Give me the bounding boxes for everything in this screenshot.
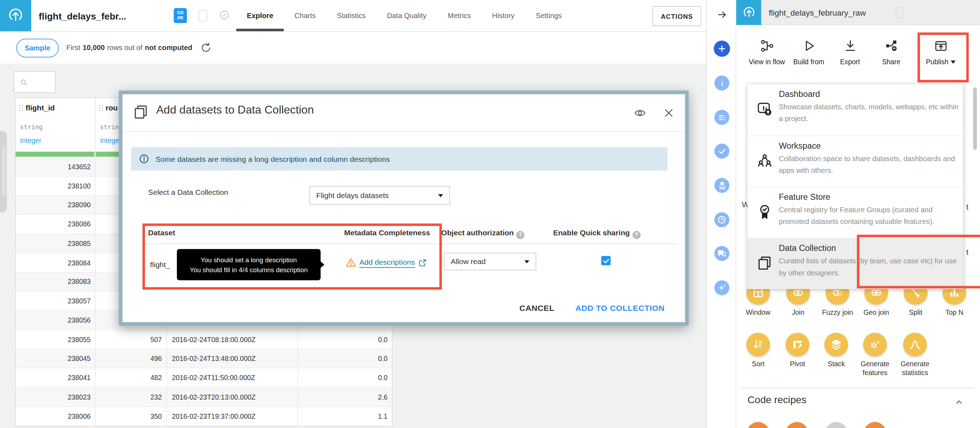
- table-cell[interactable]: 2016-02-24T08:18:00.000Z: [166, 330, 298, 349]
- table-cell[interactable]: 482: [95, 368, 166, 387]
- table-cell[interactable]: 2016-02-24T13:48:00.000Z: [166, 349, 298, 368]
- dataiku-logo[interactable]: [0, 0, 31, 31]
- table-cell[interactable]: 238056: [16, 311, 95, 329]
- share-button[interactable]: Share: [869, 39, 914, 66]
- code-recipe-icon[interactable]: [786, 422, 808, 428]
- table-cell[interactable]: 496: [95, 349, 166, 368]
- code-recipes-title: Code recipes: [748, 395, 807, 406]
- table-cell[interactable]: 238055: [16, 330, 95, 349]
- table-cell[interactable]: 238006: [16, 407, 95, 425]
- recipe-generate-features[interactable]: Generate features: [855, 333, 895, 377]
- menu-item-dashboard[interactable]: Dashboard Showcase datasets, charts, mod…: [748, 84, 963, 135]
- tab-charts[interactable]: Charts: [284, 0, 326, 31]
- description-tooltip: You should set a long description You sh…: [177, 249, 321, 281]
- divider: [143, 243, 678, 244]
- tab-data-quality[interactable]: Data Quality: [376, 0, 437, 31]
- chevron-down-icon: [438, 194, 443, 197]
- modal-title: Add datasets to Data Collection: [156, 104, 314, 117]
- table-cell[interactable]: 2016-02-23T19:37:00.000Z: [166, 407, 298, 425]
- discussions-tab-icon[interactable]: [714, 246, 729, 261]
- add-icon[interactable]: [714, 40, 730, 57]
- table-cell[interactable]: 238083: [16, 273, 95, 291]
- collection-select[interactable]: Flight delays datasets: [310, 186, 450, 205]
- sample-pill[interactable]: Sample: [16, 39, 59, 57]
- menu-item-feature-store[interactable]: Feature Store Central registry for Featu…: [748, 187, 963, 238]
- table-cell[interactable]: 238084: [16, 254, 95, 272]
- publish-dropdown-menu: Dashboard Showcase datasets, charts, mod…: [748, 84, 963, 289]
- lab-tab-icon[interactable]: [714, 178, 729, 193]
- drag-handle-icon[interactable]: [99, 104, 104, 112]
- dataset-name: flight_: [150, 260, 170, 269]
- recipe-stack[interactable]: Stack: [816, 333, 856, 368]
- actions-button[interactable]: ACTIONS: [652, 6, 701, 26]
- gdpr-badge[interactable]: GD PR: [174, 8, 187, 23]
- table-search-input[interactable]: [14, 71, 56, 94]
- recipe-sort[interactable]: Sort: [738, 333, 778, 368]
- tab-metrics[interactable]: Metrics: [437, 0, 482, 31]
- add-to-collection-button[interactable]: ADD TO COLLECTION: [568, 299, 673, 317]
- tab-history[interactable]: History: [482, 0, 525, 31]
- help-icon[interactable]: ?: [633, 231, 641, 239]
- table-cell[interactable]: 232: [95, 388, 166, 406]
- menu-item-workspace[interactable]: Workspace Collaboration space to share d…: [748, 136, 963, 187]
- generate-features-recipe-icon: [863, 333, 887, 357]
- code-recipe-icon[interactable]: [747, 422, 769, 428]
- menu-item-data-collection[interactable]: Data Collection Curated lists of dataset…: [748, 238, 963, 289]
- dataset-type-logo: [736, 0, 761, 25]
- build-from-button[interactable]: Build from: [786, 39, 832, 66]
- collapse-chevron-icon[interactable]: [955, 398, 964, 407]
- table-cell[interactable]: 2.6: [298, 388, 392, 406]
- publish-icon: [934, 39, 948, 53]
- column-header-flight-id[interactable]: flight_id string Integer: [16, 98, 95, 157]
- table-cell[interactable]: 238045: [16, 349, 95, 368]
- schema-tab-icon[interactable]: [714, 110, 729, 125]
- table-cell[interactable]: 2016-02-24T11:50:00.000Z: [166, 368, 298, 387]
- export-button[interactable]: Export: [827, 39, 873, 66]
- add-descriptions-link[interactable]: Add descriptions: [346, 257, 427, 268]
- table-cell[interactable]: 238023: [16, 388, 95, 406]
- flow-icon: [760, 39, 774, 53]
- collapse-panel-arrow-icon[interactable]: [717, 9, 727, 20]
- table-cell[interactable]: 143652: [16, 157, 95, 176]
- left-panel-handle[interactable]: [0, 131, 7, 212]
- info-tab-icon[interactable]: [714, 76, 729, 90]
- tab-settings[interactable]: Settings: [525, 0, 573, 31]
- recipe-pivot[interactable]: Pivot: [778, 333, 818, 368]
- table-cell[interactable]: 1.1: [298, 407, 392, 425]
- tab-statistics[interactable]: Statistics: [326, 0, 376, 31]
- recipe-generate-statistics[interactable]: Generate statistics: [895, 333, 935, 377]
- close-icon[interactable]: [662, 107, 675, 119]
- table-cell[interactable]: 0.0: [298, 330, 392, 349]
- refresh-icon[interactable]: [200, 41, 212, 53]
- code-recipe-icon[interactable]: [825, 422, 848, 428]
- tab-explore[interactable]: Explore: [236, 0, 284, 31]
- ai-assistant-tab-icon[interactable]: [714, 281, 729, 295]
- table-cell[interactable]: 238057: [16, 292, 95, 310]
- table-cell[interactable]: 350: [95, 407, 166, 425]
- help-icon[interactable]: ?: [516, 231, 525, 239]
- view-in-flow-button[interactable]: View in flow: [745, 39, 789, 66]
- workspace-icon: [756, 152, 773, 169]
- meaning-link[interactable]: Integer: [20, 136, 41, 144]
- table-cell[interactable]: 238085: [16, 234, 95, 253]
- panel-scrollbar[interactable]: [973, 87, 977, 150]
- table-cell[interactable]: 238090: [16, 195, 95, 214]
- table-cell[interactable]: 2016-02-23T20:13:00.000Z: [166, 388, 298, 406]
- object-authorization-select[interactable]: Allow read: [444, 253, 536, 270]
- table-cell[interactable]: 507: [95, 330, 166, 349]
- table-row: 238055 507 2016-02-24T08:18:00.000Z 0.0: [16, 329, 392, 349]
- table-cell[interactable]: 238041: [16, 368, 95, 387]
- table-cell[interactable]: 238086: [16, 215, 95, 233]
- history-tab-icon[interactable]: [714, 212, 729, 227]
- checks-tab-icon[interactable]: [714, 144, 729, 159]
- meaning-link[interactable]: Intege: [100, 136, 119, 144]
- quick-sharing-checkbox[interactable]: [601, 256, 611, 265]
- cancel-button[interactable]: CANCEL: [515, 299, 558, 317]
- code-recipe-icon[interactable]: [864, 422, 886, 428]
- table-cell[interactable]: 0.0: [298, 368, 392, 387]
- publish-button[interactable]: Publish: [918, 39, 963, 66]
- watch-eye-icon[interactable]: [634, 107, 646, 119]
- drag-handle-icon[interactable]: [19, 104, 24, 112]
- table-cell[interactable]: 0.0: [298, 349, 392, 368]
- table-cell[interactable]: 238100: [16, 176, 95, 195]
